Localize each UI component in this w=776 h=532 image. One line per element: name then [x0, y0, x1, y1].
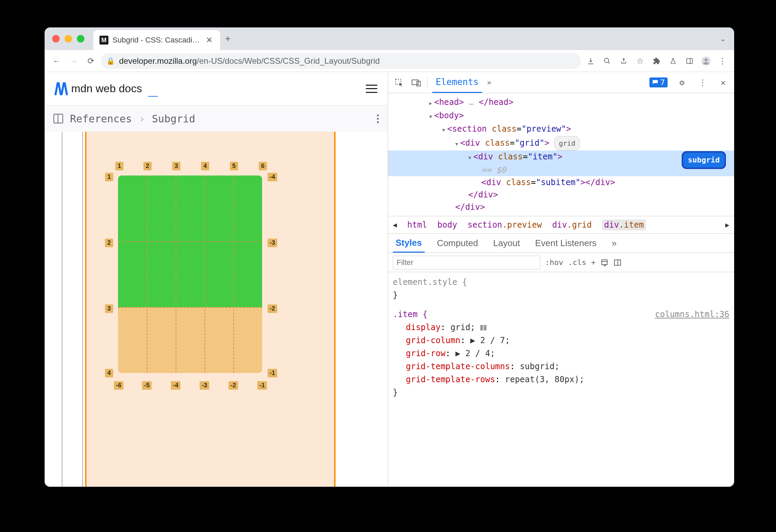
css-prop[interactable]: grid-row [406, 349, 446, 358]
grid-label: -3 [268, 239, 277, 247]
tab-styles[interactable]: Styles [393, 234, 425, 253]
extensions-icon[interactable] [650, 54, 663, 68]
back-button[interactable]: ← [49, 54, 64, 68]
dom-eq: == $0 [481, 165, 506, 175]
inspect-icon[interactable] [393, 76, 405, 89]
breadcrumb-item[interactable]: References [70, 113, 132, 125]
rule-source[interactable]: columns.html:36 [655, 308, 729, 321]
dom-node-selected[interactable]: <div class="item"> subgrid == $0 [388, 150, 734, 176]
grid-overlay: 1 2 3 4 5 6 1 2 3 4 -4 -3 -2 [118, 176, 262, 373]
menu-button[interactable] [365, 82, 378, 95]
new-rule-icon[interactable]: + [591, 258, 596, 267]
filter-input[interactable] [393, 256, 540, 269]
crumb[interactable]: html [407, 220, 427, 230]
dom-node[interactable]: <section [447, 124, 487, 134]
print-media-icon[interactable] [600, 258, 609, 267]
traffic-lights [50, 35, 87, 43]
forward-button[interactable]: → [67, 54, 81, 68]
computed-panel-icon[interactable] [613, 258, 622, 267]
dom-node[interactable]: <body> [434, 111, 464, 120]
crumb[interactable]: section.preview [468, 220, 542, 230]
dom-node[interactable]: <div [481, 178, 501, 187]
grid-label: -1 [268, 369, 277, 377]
grid-label: 4 [105, 369, 113, 377]
bookmark-icon[interactable]: ☆ [633, 54, 647, 68]
device-toggle-icon[interactable] [410, 76, 422, 89]
grid-label: -2 [228, 381, 238, 390]
css-prop[interactable]: grid-template-columns [406, 362, 510, 371]
share-icon[interactable] [617, 54, 631, 68]
devtools-toolbar: Elements » 7 ⚙ ⋮ ✕ [388, 72, 734, 93]
mdn-glyph-icon: /\/\ [54, 79, 67, 99]
install-icon[interactable] [584, 54, 598, 68]
css-prop[interactable]: display [406, 323, 440, 332]
sidepanel-icon[interactable] [683, 54, 696, 68]
css-value[interactable]: grid; [450, 323, 475, 332]
css-value[interactable]: repeat(3, 80px); [505, 375, 584, 384]
crumb-prev-icon[interactable]: ◀ [393, 221, 397, 229]
grid-label: 1 [105, 173, 113, 181]
tab-layout[interactable]: Layout [491, 234, 523, 253]
tabs-menu-icon[interactable]: ⌄ [720, 35, 726, 43]
subgrid-badge[interactable]: subgrid [682, 151, 726, 169]
dom-tree[interactable]: <head> … </head> <body> <section class="… [388, 93, 734, 216]
styles-panel[interactable]: element.style { } .item { columns.html:3… [388, 272, 734, 402]
zoom-icon[interactable] [600, 54, 614, 68]
dom-node[interactable]: <div [460, 138, 480, 148]
css-prop[interactable]: grid-column [406, 336, 460, 345]
labs-icon[interactable] [666, 54, 680, 68]
grid-label: 6 [259, 162, 267, 170]
grid-label: 3 [105, 304, 113, 313]
svg-rect-7 [602, 260, 607, 265]
dom-node[interactable]: <head> [434, 97, 464, 107]
grid-label: -4 [268, 173, 277, 181]
grid-label: 3 [172, 162, 180, 170]
crumb[interactable]: div.grid [552, 220, 592, 230]
sidebar-toggle-icon[interactable] [54, 114, 63, 123]
rule-selector[interactable]: .item { [393, 310, 427, 319]
css-value[interactable]: ▶ 2 / 4; [456, 349, 495, 358]
tab-computed[interactable]: Computed [434, 234, 481, 253]
close-devtools-icon[interactable]: ✕ [717, 76, 729, 89]
reload-button[interactable]: ⟳ [84, 54, 98, 68]
close-tab-icon[interactable]: ✕ [206, 35, 213, 45]
hov-button[interactable]: :hov [545, 258, 563, 267]
svg-rect-1 [687, 58, 693, 63]
settings-icon[interactable]: ⚙ [676, 76, 688, 89]
grid-pill[interactable]: grid [554, 136, 580, 150]
css-value[interactable]: subgrid; [520, 362, 560, 371]
demo-area: 1 2 3 4 5 6 1 2 3 4 -4 -3 -2 [45, 132, 388, 487]
filter-row: :hov .cls + [388, 253, 734, 272]
kebab-icon[interactable]: ⋮ [696, 76, 709, 89]
tab-event-listeners[interactable]: Event Listeners [532, 234, 599, 253]
minimize-window-icon[interactable] [64, 35, 72, 43]
tab-title: Subgrid - CSS: Cascading Styl… [113, 36, 202, 45]
grid-label: -2 [268, 304, 277, 313]
issues-badge[interactable]: 7 [649, 77, 668, 87]
new-tab-button[interactable]: + [225, 33, 231, 44]
crumb-next-icon[interactable]: ▶ [725, 221, 729, 229]
crumb[interactable]: body [437, 220, 457, 230]
browser-tab[interactable]: M Subgrid - CSS: Cascading Styl… ✕ [93, 30, 220, 50]
cls-button[interactable]: .cls [568, 258, 586, 267]
dom-close[interactable]: </div> [455, 202, 485, 212]
css-value[interactable]: ▶ 2 / 7; [470, 336, 510, 345]
demo-preview: 1 2 3 4 5 6 1 2 3 4 -4 -3 -2 [85, 132, 336, 487]
browser-window: M Subgrid - CSS: Cascading Styl… ✕ + ⌄ ←… [45, 27, 734, 487]
more-style-tabs-icon[interactable]: » [609, 234, 619, 253]
close-window-icon[interactable] [52, 35, 60, 43]
more-tabs-icon[interactable]: » [487, 78, 491, 87]
dom-close[interactable]: </div> [468, 190, 498, 200]
content-area: /\/\ mdn web docs _ References › Subgrid [45, 72, 734, 487]
more-menu-icon[interactable] [377, 114, 379, 123]
grid-label: 2 [143, 162, 152, 170]
profile-icon[interactable] [699, 54, 713, 68]
menu-icon[interactable]: ⋮ [716, 54, 729, 68]
zoom-window-icon[interactable] [77, 35, 84, 43]
mdn-logo[interactable]: /\/\ mdn web docs _ [54, 79, 158, 99]
css-prop[interactable]: grid-template-rows [406, 375, 495, 384]
address-bar[interactable]: 🔒 developer.mozilla.org/en-US/docs/Web/C… [101, 53, 581, 69]
grid-icon[interactable] [480, 325, 487, 330]
crumb-selected[interactable]: div.item [602, 219, 646, 230]
tab-elements[interactable]: Elements [432, 72, 482, 93]
